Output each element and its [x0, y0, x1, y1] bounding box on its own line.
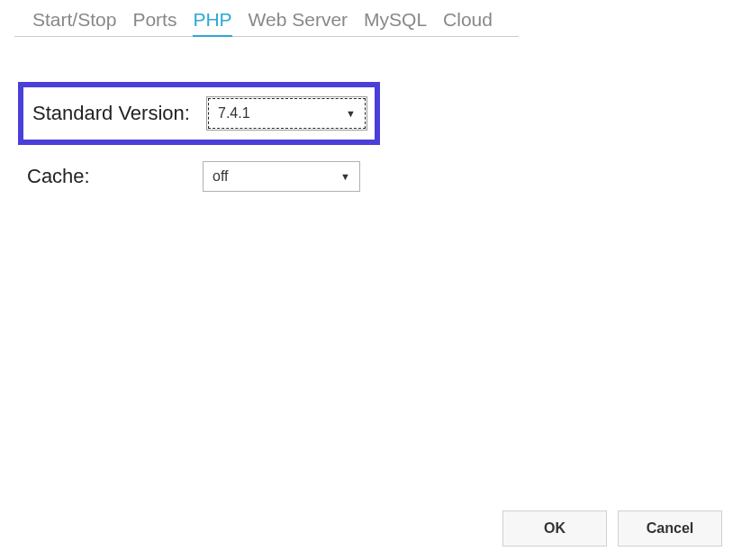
- cache-row: Cache: off ▼: [18, 156, 715, 197]
- highlight-standard-version: Standard Version: 7.4.1 ▼: [18, 82, 380, 145]
- dialog-buttons: OK Cancel: [502, 510, 722, 546]
- tab-startstop[interactable]: Start/Stop: [32, 9, 116, 36]
- form-area: Standard Version: 7.4.1 ▼ Cache: off ▼: [0, 37, 733, 215]
- cache-label: Cache:: [27, 165, 203, 188]
- tab-mysql[interactable]: MySQL: [364, 9, 427, 36]
- tab-webserver[interactable]: Web Server: [249, 9, 348, 36]
- standard-version-label: Standard Version:: [32, 102, 208, 125]
- ok-button[interactable]: OK: [502, 510, 607, 546]
- standard-version-value: 7.4.1: [218, 105, 250, 122]
- tab-ports[interactable]: Ports: [132, 9, 176, 36]
- chevron-down-icon: ▼: [340, 171, 350, 182]
- tab-bar: Start/Stop Ports PHP Web Server MySQL Cl…: [14, 0, 519, 37]
- cache-value: off: [213, 168, 229, 185]
- tab-php[interactable]: PHP: [193, 9, 231, 36]
- tab-cloud[interactable]: Cloud: [443, 9, 493, 36]
- cancel-button[interactable]: Cancel: [618, 510, 722, 546]
- standard-version-select[interactable]: 7.4.1 ▼: [208, 98, 366, 129]
- chevron-down-icon: ▼: [346, 108, 356, 119]
- cache-select[interactable]: off ▼: [203, 161, 360, 192]
